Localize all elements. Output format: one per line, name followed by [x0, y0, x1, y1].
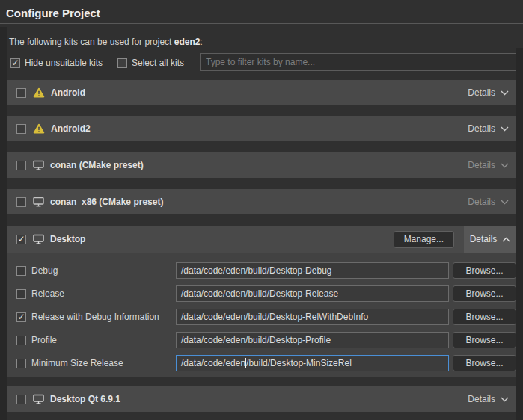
- desktop-icon: [33, 197, 44, 207]
- browse-button[interactable]: Browse...: [453, 285, 516, 302]
- config-checkbox[interactable]: [16, 266, 26, 276]
- build-dir-value: /data/code/eden: [181, 358, 245, 368]
- build-dir-value: /build/Desktop-MinSizeRel: [246, 358, 352, 368]
- right-margin: [516, 48, 523, 420]
- details-toggle[interactable]: Details: [468, 87, 509, 98]
- kit-name: Android2: [51, 123, 91, 134]
- kit-row-conan[interactable]: conan (CMake preset) Details: [7, 152, 516, 178]
- desktop-icon: [33, 234, 44, 244]
- manage-button[interactable]: Manage...: [394, 231, 454, 248]
- details-toggle[interactable]: Details: [468, 123, 509, 134]
- select-all-checkbox[interactable]: [117, 58, 127, 68]
- kit-row-android2[interactable]: Android2 Details: [7, 116, 516, 141]
- config-checkbox[interactable]: [16, 312, 26, 322]
- chevron-down-icon: [501, 163, 509, 168]
- left-margin: [0, 27, 7, 420]
- warning-icon: [33, 87, 45, 98]
- kit-checkbox[interactable]: [16, 235, 26, 244]
- build-config-row-debug: Debug /data/code/eden/build/Desktop-Debu…: [7, 262, 516, 279]
- config-checkbox[interactable]: [16, 289, 26, 299]
- configure-project-page: Configure Project The following kits can…: [0, 0, 523, 420]
- desktop-details-panel: Debug /data/code/eden/build/Desktop-Debu…: [7, 253, 516, 377]
- warning-icon: [33, 123, 45, 134]
- config-checkbox[interactable]: [16, 336, 26, 345]
- kit-name: Android: [51, 87, 85, 98]
- build-dir-input-focused[interactable]: /data/code/eden/build/Desktop-MinSizeRel: [176, 355, 449, 371]
- build-config-row-minsizerel: Minimum Size Release /data/code/eden/bui…: [7, 355, 516, 371]
- hide-unsuitable-kits-option[interactable]: Hide unsuitable kits: [10, 57, 103, 69]
- build-config-row-release: Release /data/code/eden/build/Desktop-Re…: [7, 285, 516, 302]
- details-label: Details: [468, 197, 495, 207]
- details-label: Details: [468, 394, 495, 404]
- browse-button[interactable]: Browse...: [453, 262, 516, 279]
- build-dir-input[interactable]: /data/code/eden/build/Desktop-RelWithDeb…: [176, 309, 449, 325]
- kit-row-android[interactable]: Android Details: [7, 80, 516, 105]
- build-dir-input[interactable]: /data/code/eden/build/Desktop-Release: [176, 285, 449, 302]
- details-label: Details: [468, 87, 495, 98]
- config-label: Debug: [31, 265, 58, 276]
- config-label: Release with Debug Information: [31, 312, 159, 322]
- details-label: Details: [468, 123, 495, 134]
- build-dir-input[interactable]: /data/code/eden/build/Desktop-Profile: [176, 332, 449, 348]
- config-label: Minimum Size Release: [31, 358, 123, 368]
- chevron-down-icon: [501, 200, 509, 205]
- project-name: eden2: [174, 37, 201, 47]
- kit-checkbox[interactable]: [16, 88, 26, 98]
- details-toggle[interactable]: Details: [468, 160, 509, 170]
- kit-checkbox[interactable]: [16, 124, 26, 134]
- page-title: Configure Project: [6, 7, 100, 19]
- build-dir-input[interactable]: /data/code/eden/build/Desktop-Debug: [176, 262, 449, 279]
- chevron-up-icon: [502, 237, 510, 242]
- desktop-icon: [33, 394, 44, 404]
- intro-text: The following kits can be used for proje…: [9, 37, 203, 47]
- title-separator: [0, 23, 523, 24]
- kit-row-desktop-qt[interactable]: Desktop Qt 6.9.1 Details: [7, 386, 516, 412]
- chevron-down-icon: [501, 90, 509, 96]
- desktop-icon: [33, 160, 44, 170]
- kit-checkbox[interactable]: [16, 395, 26, 404]
- build-dir-value: /data/code/eden/build/Desktop-Debug: [181, 265, 331, 276]
- select-all-label: Select all kits: [132, 58, 184, 68]
- config-label: Release: [31, 288, 64, 299]
- config-checkbox[interactable]: [16, 359, 26, 368]
- build-dir-value: /data/code/eden/build/Desktop-Release: [181, 288, 338, 299]
- browse-button[interactable]: Browse...: [453, 355, 516, 371]
- kit-name: Desktop Qt 6.9.1: [50, 394, 120, 404]
- kit-name: Desktop: [50, 234, 85, 244]
- chevron-down-icon: [501, 397, 509, 402]
- hide-unsuitable-label: Hide unsuitable kits: [25, 58, 103, 68]
- build-config-row-relwithdebinfo: Release with Debug Information /data/cod…: [7, 309, 516, 325]
- hide-unsuitable-checkbox[interactable]: [10, 58, 20, 68]
- browse-button[interactable]: Browse...: [453, 309, 516, 325]
- intro-prefix: The following kits can be used for proje…: [9, 37, 174, 47]
- select-all-kits-option[interactable]: Select all kits: [117, 57, 184, 69]
- details-toggle[interactable]: Details: [464, 226, 516, 253]
- kit-row-conan-x86[interactable]: conan_x86 (CMake preset) Details: [7, 189, 516, 214]
- details-toggle[interactable]: Details: [468, 394, 509, 404]
- build-dir-value: /data/code/eden/build/Desktop-RelWithDeb…: [181, 312, 368, 322]
- kit-name: conan_x86 (CMake preset): [50, 197, 163, 207]
- kit-filter-input[interactable]: [200, 53, 516, 71]
- build-config-row-profile: Profile /data/code/eden/build/Desktop-Pr…: [7, 332, 516, 348]
- details-label: Details: [470, 234, 498, 244]
- details-label: Details: [468, 160, 495, 170]
- chevron-down-icon: [501, 126, 509, 132]
- intro-suffix: :: [200, 37, 202, 47]
- kit-name: conan (CMake preset): [50, 160, 144, 170]
- kit-checkbox[interactable]: [16, 161, 26, 170]
- kit-row-desktop[interactable]: Desktop Manage... Details: [7, 226, 516, 253]
- kit-checkbox[interactable]: [16, 197, 26, 207]
- details-toggle[interactable]: Details: [468, 197, 509, 207]
- config-label: Profile: [31, 335, 57, 345]
- build-dir-value: /data/code/eden/build/Desktop-Profile: [181, 335, 331, 345]
- browse-button[interactable]: Browse...: [453, 332, 516, 348]
